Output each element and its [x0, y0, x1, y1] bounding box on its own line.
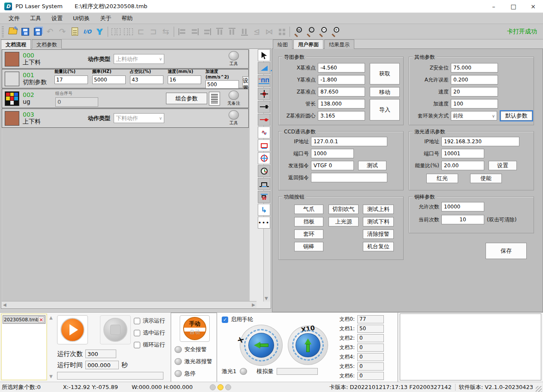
- enable-handwheel-checkbox[interactable]: ✓ 启用手轮: [222, 316, 253, 323]
- accel-input[interactable]: [205, 80, 239, 89]
- select-region-2-button[interactable]: [122, 25, 135, 38]
- zoom-in-button[interactable]: +: [329, 25, 341, 38]
- set-button[interactable]: 设置: [242, 76, 249, 87]
- pulse-wave-tool-button[interactable]: W: [258, 191, 270, 203]
- select-tool-button[interactable]: [258, 49, 270, 61]
- current-count-input[interactable]: [441, 215, 484, 224]
- menu-tools[interactable]: 工具: [26, 13, 45, 24]
- tab-result-display[interactable]: 结果显示: [324, 39, 354, 49]
- loop-run-checkbox[interactable]: 循环运行: [134, 341, 165, 349]
- doc1-value[interactable]: [357, 325, 384, 333]
- default-params-button[interactable]: 默认参数: [501, 111, 532, 121]
- bridge-tool-button[interactable]: ''ΠΠ: [258, 75, 270, 87]
- copper-rod-button[interactable]: 铜棒: [294, 242, 323, 251]
- center-point-tool-button[interactable]: [258, 88, 270, 100]
- selected-run-checkbox[interactable]: 选中运行: [134, 329, 165, 337]
- align-bottom-button[interactable]: [238, 25, 250, 38]
- clear-alarm-button[interactable]: 清除报警: [363, 229, 394, 239]
- doc6-value[interactable]: [357, 372, 384, 380]
- close-file-icon[interactable]: ✕: [38, 317, 44, 323]
- move-button[interactable]: 移动: [370, 87, 400, 97]
- y-datum-input[interactable]: [318, 75, 365, 84]
- combo-params-button[interactable]: 组合参数: [166, 93, 207, 104]
- allowed-count-input[interactable]: [441, 202, 484, 211]
- combo-index-input[interactable]: [55, 97, 98, 107]
- air-claw-button[interactable]: 气爪: [294, 205, 323, 214]
- laser-port-input[interactable]: [441, 149, 484, 158]
- top-light-button[interactable]: 上光源: [329, 217, 359, 226]
- baffle-button[interactable]: 挡板: [294, 217, 323, 226]
- align-middle-button[interactable]: [226, 25, 238, 38]
- doc0-value[interactable]: [357, 315, 384, 323]
- pulse-tool-button[interactable]: [258, 178, 270, 190]
- enable-button[interactable]: 使能: [470, 174, 502, 183]
- stop-run-button[interactable]: [100, 315, 131, 344]
- flow-row-001[interactable]: 001 切割参数 能量比(%) 频率(HZ) 占空比(%) 速度(mm/s) 加…: [2, 69, 249, 88]
- frequency-input[interactable]: [92, 75, 126, 84]
- manual-auto-toggle[interactable]: 手动 自动: [180, 315, 210, 342]
- zoom-selection-button[interactable]: ◫: [304, 25, 317, 38]
- test-unload-button[interactable]: 测试下料: [363, 217, 394, 226]
- energy-ratio-input[interactable]: [54, 75, 88, 84]
- save-button[interactable]: [19, 25, 31, 38]
- open-file-button[interactable]: ✎: [6, 25, 19, 38]
- menu-ui-switch[interactable]: UI切换: [69, 13, 94, 24]
- undo-button[interactable]: ↶: [44, 25, 56, 38]
- handwheel-x-knob[interactable]: X: [240, 325, 283, 366]
- save-all-button[interactable]: [31, 25, 44, 38]
- tool-indicator-light[interactable]: [229, 51, 239, 60]
- flow-row-000[interactable]: 000 上下料 动作类型 上料动作 ∨ 工具: [2, 49, 249, 69]
- menu-settings[interactable]: 设置: [47, 13, 67, 24]
- close-button[interactable]: ×: [523, 0, 543, 12]
- flow-row-002[interactable]: 002 ug 组合序号 组合参数 无备注: [2, 89, 249, 108]
- laser-set-button[interactable]: 设置: [489, 161, 517, 170]
- clamp-mode-select[interactable]: 前段∨: [451, 111, 497, 121]
- rectangle-tool-button[interactable]: [258, 139, 270, 151]
- flow-row-003[interactable]: 003 上下料 动作类型 下料动作 ∨ 工具: [2, 109, 249, 128]
- wrench-button[interactable]: Y: [94, 25, 106, 38]
- ccd-port-input[interactable]: [311, 149, 354, 158]
- speed-input[interactable]: [451, 87, 498, 96]
- swap-button[interactable]: ⇆: [160, 25, 172, 38]
- minimize-button[interactable]: –: [484, 0, 504, 12]
- handwheel-x10-knob[interactable]: X10: [288, 326, 328, 365]
- ccd-test-button[interactable]: 测试: [358, 161, 386, 170]
- tab-drawing[interactable]: 绘图: [273, 39, 293, 49]
- cut-blow-button[interactable]: 切割吹气: [329, 205, 359, 214]
- duty-cycle-input[interactable]: [130, 75, 163, 84]
- timer-tool-button[interactable]: [258, 165, 270, 177]
- menu-about[interactable]: 关于: [96, 13, 115, 24]
- notes-button[interactable]: [209, 92, 220, 106]
- z-safe-input[interactable]: [451, 63, 498, 72]
- maximize-button[interactable]: □: [504, 0, 523, 12]
- import-button[interactable]: 导入: [370, 99, 400, 121]
- bracket-right-button[interactable]: ⊐: [147, 25, 160, 38]
- redo-button[interactable]: ↷: [56, 25, 69, 38]
- save-params-button[interactable]: 保存: [486, 243, 527, 259]
- menu-file[interactable]: 文件: [4, 13, 24, 24]
- laser-energy-input[interactable]: [441, 161, 484, 170]
- circle-tool-button[interactable]: [258, 152, 270, 164]
- tab-user-interface[interactable]: 用户界面: [293, 39, 323, 49]
- align-right-button[interactable]: [201, 25, 213, 38]
- note-indicator-light[interactable]: [229, 90, 239, 100]
- zoom-out-button[interactable]: −: [317, 25, 329, 38]
- menu-help[interactable]: 帮助: [117, 13, 137, 24]
- ccd-ip-input[interactable]: [311, 137, 387, 146]
- speed-input[interactable]: [168, 75, 201, 84]
- axis-move-tool-button[interactable]: [258, 101, 270, 113]
- machine-reset-button[interactable]: 机台复位: [363, 242, 394, 251]
- mirror-horizontal-button[interactable]: ⊴: [250, 25, 263, 38]
- tab-document-params[interactable]: 文档参数: [32, 39, 62, 49]
- flow-list-horizontal-scrollbar[interactable]: ◀▶: [2, 301, 256, 308]
- wave-tool-button[interactable]: ∿: [258, 127, 270, 139]
- laser-ip-input[interactable]: [441, 137, 519, 146]
- corner-arrow-tool-button[interactable]: ↳: [258, 204, 270, 216]
- align-top-button[interactable]: [213, 25, 226, 38]
- tool-indicator-light[interactable]: [229, 110, 239, 120]
- document-list-button[interactable]: [69, 25, 81, 38]
- file-panel-scrollbar[interactable]: ▲▼: [48, 314, 55, 380]
- test-load-button[interactable]: 测试上料: [363, 205, 394, 214]
- collar-button[interactable]: 套环: [294, 229, 323, 239]
- red-light-button[interactable]: 红光: [426, 174, 458, 183]
